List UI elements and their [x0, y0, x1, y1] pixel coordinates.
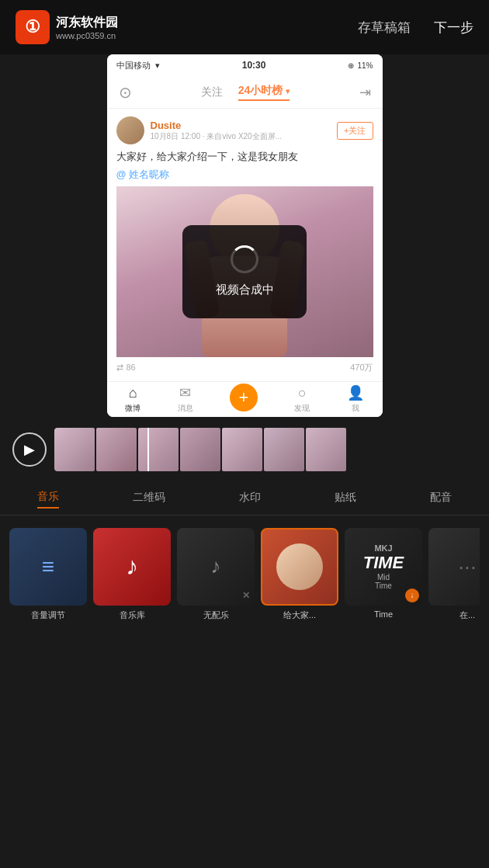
- timeline-cursor[interactable]: [147, 428, 149, 471]
- music-tile-custom[interactable]: 给大家...: [261, 528, 338, 621]
- user-meta: 10月8日 12:00 · 来自vivo X20全面屏...: [151, 131, 283, 142]
- timeline-frames: [54, 428, 346, 471]
- follow-button[interactable]: +关注: [337, 122, 373, 140]
- music-tile-volume[interactable]: ≡ 音量调节: [9, 528, 87, 621]
- post-text: 大家好，给大家介绍一下，这是我女朋友: [116, 149, 373, 165]
- logo-text: 河东软件园 www.pc0359.cn: [56, 15, 118, 40]
- custom-label: 给大家...: [283, 609, 316, 621]
- nav-label-weibo: 微博: [125, 403, 140, 414]
- post-card: Dusite 10月8日 12:00 · 来自vivo X20全面屏... +关…: [107, 109, 383, 381]
- toolbar-dubbing[interactable]: 配音: [430, 491, 452, 508]
- username[interactable]: Dusite: [151, 120, 283, 131]
- custom-tile-img: [261, 528, 338, 606]
- logo-main-text: 河东软件园: [56, 15, 118, 31]
- camera-icon[interactable]: ⊙: [119, 83, 132, 102]
- nav-item-post[interactable]: +: [230, 384, 258, 415]
- draft-button[interactable]: 存草稿箱: [358, 19, 411, 36]
- frame-6: [264, 428, 304, 471]
- frame-5: [222, 428, 262, 471]
- menu-icon[interactable]: ⇥: [359, 84, 371, 101]
- toolbar-qrcode[interactable]: 二维码: [133, 491, 165, 508]
- time-bottom: Time: [375, 582, 392, 590]
- download-badge: ↓: [405, 589, 419, 602]
- frame-3: [138, 428, 179, 471]
- music-tile-more[interactable]: ··· 在...: [428, 528, 480, 621]
- post-stats: ⇄ 86 470万: [116, 357, 373, 373]
- post-header: Dusite 10月8日 12:00 · 来自vivo X20全面屏... +关…: [116, 116, 373, 144]
- nav-item-discover[interactable]: ○ 发现: [294, 385, 310, 414]
- nomuse-tile-img: ♪ ✕: [177, 528, 255, 606]
- more-tile-img: ···: [428, 528, 480, 606]
- time-TIME: TIME: [363, 553, 404, 573]
- weibo-bottom-nav: ⌂ 微博 ✉ 消息 + ○ 发现 👤 我: [107, 381, 383, 417]
- logo-sub-text: www.pc0359.cn: [56, 31, 118, 40]
- volume-tile-img: ≡: [9, 528, 87, 606]
- library-label: 音乐库: [120, 609, 145, 621]
- post-plus-icon[interactable]: +: [230, 384, 258, 411]
- more-label: 在...: [460, 609, 475, 621]
- nav-label-messages: 消息: [178, 403, 193, 414]
- message-icon: ✉: [179, 384, 191, 401]
- home-icon: ⌂: [129, 385, 137, 401]
- logo-icon: ①: [16, 10, 50, 44]
- weibo-nav: ⊙ 关注 24小时榜 ▾ ⇥: [107, 76, 383, 109]
- logo: ① 河东软件园 www.pc0359.cn: [16, 10, 118, 44]
- next-button[interactable]: 下一步: [434, 19, 473, 36]
- nav-item-me[interactable]: 👤 我: [347, 384, 364, 414]
- time-mkj: MKJ: [374, 543, 392, 553]
- library-icon: ♪: [126, 552, 138, 581]
- nav-item-messages[interactable]: ✉ 消息: [178, 384, 193, 414]
- volume-icon: ≡: [42, 554, 54, 579]
- nav-label-discover: 发现: [294, 403, 310, 414]
- phone-frame: 中国移动 ▾ 10:30 ⊕ 11% ⊙ 关注 24小时榜 ▾ ⇥: [107, 54, 383, 417]
- status-right: ⊕ 11%: [348, 61, 373, 70]
- tab-follow[interactable]: 关注: [201, 85, 223, 99]
- avatar: [116, 116, 144, 144]
- tab-trending[interactable]: 24小时榜 ▾: [238, 84, 290, 101]
- music-tiles: ≡ 音量调节 ♪ 音乐库 ♪ ✕ 无配乐: [9, 528, 480, 627]
- time-mid: Mid: [377, 573, 390, 582]
- time-label: Time: [374, 609, 393, 619]
- nomuse-label: 无配乐: [203, 609, 229, 621]
- frame-1: [54, 428, 95, 471]
- time: 10:30: [242, 60, 266, 71]
- carrier: 中国移动 ▾: [116, 60, 160, 71]
- weibo-nav-tabs: 关注 24小时榜 ▾: [201, 84, 290, 101]
- toolbar-music[interactable]: 音乐: [37, 490, 59, 509]
- battery-text: 11%: [357, 61, 373, 70]
- frame-4: [180, 428, 220, 471]
- editor-section: ▶ 音乐 二维码 水印 贴纸 配音 ≡: [0, 417, 489, 627]
- music-tile-library[interactable]: ♪ 音乐库: [93, 528, 171, 621]
- nav-item-weibo[interactable]: ⌂ 微博: [125, 385, 140, 414]
- top-bar: ① 河东软件园 www.pc0359.cn 存草稿箱 下一步: [0, 0, 489, 54]
- nav-label-me: 我: [352, 403, 359, 414]
- music-section: ≡ 音量调节 ♪ 音乐库 ♪ ✕ 无配乐: [0, 516, 489, 627]
- top-bar-actions: 存草稿箱 下一步: [358, 19, 473, 36]
- view-count: 470万: [350, 363, 373, 372]
- toolbar-sticker[interactable]: 贴纸: [335, 491, 356, 508]
- post-stats-right: 470万: [350, 362, 373, 373]
- avatar-image: [116, 116, 144, 144]
- trending-arrow: ▾: [286, 87, 290, 95]
- location-icon: ⊕: [348, 61, 354, 70]
- profile-icon: 👤: [347, 384, 364, 401]
- loading-text: 视频合成中: [216, 283, 274, 297]
- volume-label: 音量调节: [31, 609, 65, 621]
- music-tile-time[interactable]: MKJ TIME Mid Time ↓ Time: [345, 528, 422, 621]
- post-image-container: 视频合成中: [116, 186, 373, 357]
- post-user: Dusite 10月8日 12:00 · 来自vivo X20全面屏...: [116, 116, 283, 144]
- repost-icon: ⇄: [116, 363, 123, 373]
- timeline-strip[interactable]: [54, 428, 489, 471]
- frame-7: [306, 428, 346, 471]
- loading-overlay: 视频合成中: [182, 225, 307, 318]
- frame-2: [96, 428, 137, 471]
- nomuse-icon: ♪: [211, 554, 221, 578]
- user-info: Dusite 10月8日 12:00 · 来自vivo X20全面屏...: [151, 120, 283, 142]
- library-tile-img: ♪: [93, 528, 171, 606]
- music-tile-nomuse[interactable]: ♪ ✕ 无配乐: [177, 528, 255, 621]
- toolbar-watermark[interactable]: 水印: [239, 491, 261, 508]
- time-tile-img: MKJ TIME Mid Time ↓: [345, 528, 422, 606]
- post-mention[interactable]: @ 姓名昵称: [116, 168, 373, 182]
- repost-count: 86: [127, 363, 136, 372]
- play-button[interactable]: ▶: [12, 432, 47, 467]
